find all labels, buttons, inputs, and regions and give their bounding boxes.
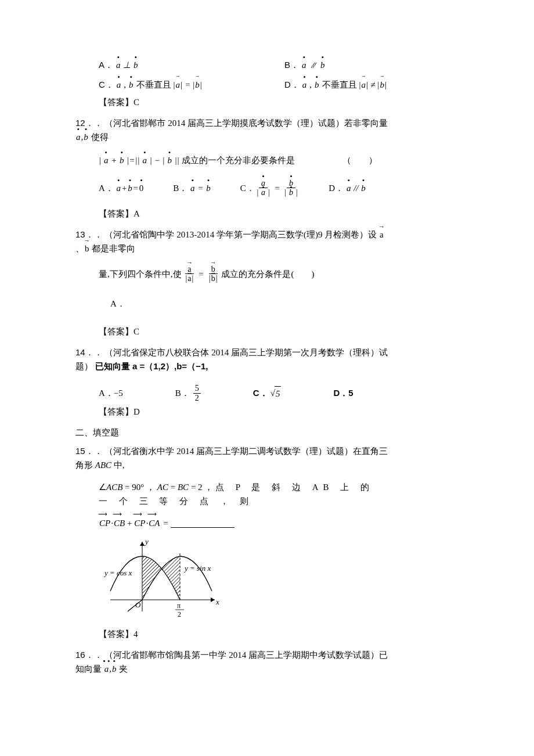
q13-answer: 【答案】C bbox=[99, 325, 389, 339]
q15-expr: CP⟶ · CB⟶ + CP⟶ · CA⟶ = bbox=[99, 516, 389, 530]
svg-text:π: π bbox=[177, 602, 181, 610]
q11-options-row2: C． a• , b• 不垂直且 a→ = b→ D． a• , b• 不垂直且 … bbox=[99, 78, 424, 92]
q14-options: A．−5 B． 52 C． 5 D．5 bbox=[99, 384, 389, 402]
q14-answer: 【答案】D bbox=[99, 405, 389, 419]
q12: 12．． （河北省邯郸市 2014 届高三上学期摸底考试数学（理）试题）若非零向… bbox=[75, 116, 389, 144]
q14-opt-D: D．5 bbox=[333, 386, 353, 400]
q12-options: A． a•+b•=0• B． a• = b• C． a•| a• | = b•|… bbox=[99, 179, 389, 197]
q12-opt-D: D． a• // b• bbox=[329, 181, 366, 195]
cos-label: y = cos x bbox=[103, 568, 132, 577]
q12-blank-paren: （ ） bbox=[342, 153, 377, 167]
svg-marker-3 bbox=[140, 542, 145, 546]
q12-opt-C: C． a•| a• | = b•| b• | bbox=[240, 179, 300, 197]
q15-line1: ∠ACB = 90° ， AC = BC = 2 ， 点 P 是 斜 边 AB … bbox=[99, 480, 389, 508]
axis-y-label: y bbox=[144, 537, 149, 546]
q13: 13．． （河北省馆陶中学 2013-2014 学年第一学期高三数学(理)9 月… bbox=[75, 228, 389, 255]
q14-opt-B: B． 52 bbox=[175, 384, 201, 402]
q11-options-row1: A． a• ⊥ b• B． a• ⫽ b• bbox=[99, 58, 424, 72]
q11-answer: 【答案】C bbox=[99, 95, 389, 109]
q14-opt-C: C． 5 bbox=[253, 386, 282, 401]
q11-opt-C: C． a• , b• 不垂直且 a→ = b→ bbox=[99, 78, 284, 92]
q11-opt-D: D． a• , b• 不垂直且 a→ ≠ b→ bbox=[284, 78, 424, 92]
origin-label: O bbox=[135, 600, 141, 609]
sin-label: y = sin x bbox=[183, 564, 211, 573]
q13-body: 量,下列四个条件中,使 a→|a→| = b→|b→| 成立的充分条件是( ) bbox=[99, 265, 389, 283]
section-2-heading: 二、填空题 bbox=[75, 426, 389, 440]
svg-marker-1 bbox=[211, 597, 215, 602]
q15-answer: 【答案】4 bbox=[99, 627, 389, 641]
q12-opt-B: B． a• = b• bbox=[173, 181, 211, 195]
axis-x-label: x bbox=[215, 597, 219, 606]
q13-options: A． a→|a bbox=[110, 295, 424, 314]
q15-figure: y x O y = cos x y = sin x π 2 bbox=[99, 536, 389, 627]
q15-blank bbox=[171, 519, 234, 528]
q12-opt-A: A． a•+b•=0• bbox=[99, 181, 144, 195]
q11-opt-B: B． a• ⫽ b• bbox=[284, 58, 424, 72]
q16: 16．． （河北省邯郸市馆陶县第一中学 2014 届高三上学期期中考试数学试题）… bbox=[75, 648, 389, 676]
q12-answer: 【答案】A bbox=[99, 207, 389, 221]
q15: 15．． （河北省衡水中学 2014 届高三上学期二调考试数学（理）试题）在直角… bbox=[75, 444, 389, 472]
q12-body: | a• + b• |=|| a• | − | b• || 成立的一个充分非必要… bbox=[99, 153, 389, 167]
q11-opt-A: A． a• ⊥ b• bbox=[99, 58, 284, 72]
q14-opt-A: A．−5 bbox=[99, 386, 123, 400]
q13-opt-A: A． bbox=[110, 297, 125, 311]
q14: 14．． （河北省保定市八校联合体 2014 届高三上学期第一次月考数学（理科）… bbox=[75, 345, 389, 373]
svg-text:2: 2 bbox=[178, 610, 181, 618]
